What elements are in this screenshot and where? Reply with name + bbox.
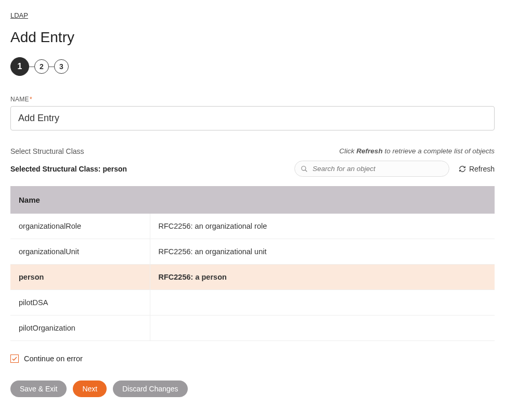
class-desc-cell xyxy=(150,290,495,316)
svg-line-1 xyxy=(305,169,307,172)
refresh-button-label: Refresh xyxy=(469,165,495,173)
table-header-name[interactable]: Name xyxy=(10,186,150,214)
class-desc-cell: RFC2256: an organizational unit xyxy=(150,239,495,265)
continue-on-error-label: Continue on error xyxy=(24,355,83,363)
name-input[interactable] xyxy=(10,106,495,130)
required-mark: * xyxy=(30,96,32,103)
step-3[interactable]: 3 xyxy=(54,59,69,74)
select-structural-class-title: Select Structural Class xyxy=(10,147,84,155)
step-connector xyxy=(29,67,34,67)
search-icon xyxy=(301,165,308,173)
class-name-cell: organizationalRole xyxy=(10,214,150,239)
class-name-cell: organizationalUnit xyxy=(10,239,150,265)
table-row[interactable]: pilotOrganization xyxy=(10,316,495,341)
class-name-cell: person xyxy=(10,265,150,290)
class-name-cell: pilotOrganization xyxy=(10,316,150,341)
refresh-icon xyxy=(459,165,466,173)
class-desc-cell: RFC2256: an organizational role xyxy=(150,214,495,239)
step-2[interactable]: 2 xyxy=(34,59,49,74)
table-row[interactable]: organizationalRoleRFC2256: an organizati… xyxy=(10,214,495,239)
name-field-label: NAME* xyxy=(10,96,495,103)
table-header-desc xyxy=(150,186,495,214)
breadcrumb-ldap[interactable]: LDAP xyxy=(10,11,28,19)
discard-changes-button[interactable]: Discard Changes xyxy=(113,380,187,397)
class-name-cell: pilotDSA xyxy=(10,290,150,316)
step-1[interactable]: 1 xyxy=(10,57,29,76)
structural-class-table: Name organizationalRoleRFC2256: an organ… xyxy=(10,186,495,341)
class-desc-cell: RFC2256: a person xyxy=(150,265,495,290)
stepper: 1 2 3 xyxy=(10,57,495,76)
page-title: Add Entry xyxy=(10,29,495,46)
save-exit-button[interactable]: Save & Exit xyxy=(10,380,67,397)
step-connector xyxy=(49,67,54,67)
next-button[interactable]: Next xyxy=(73,380,107,397)
search-input[interactable] xyxy=(294,161,449,177)
selected-structural-class: Selected Structural Class: person xyxy=(10,165,127,173)
refresh-button[interactable]: Refresh xyxy=(459,165,495,173)
svg-point-0 xyxy=(302,166,306,170)
table-row[interactable]: organizationalUnitRFC2256: an organizati… xyxy=(10,239,495,265)
check-icon xyxy=(11,356,18,362)
class-desc-cell xyxy=(150,316,495,341)
refresh-hint: Click Refresh to retrieve a complete lis… xyxy=(339,147,495,155)
table-row[interactable]: pilotDSA xyxy=(10,290,495,316)
table-row[interactable]: personRFC2256: a person xyxy=(10,265,495,290)
continue-on-error-checkbox[interactable] xyxy=(10,355,19,363)
